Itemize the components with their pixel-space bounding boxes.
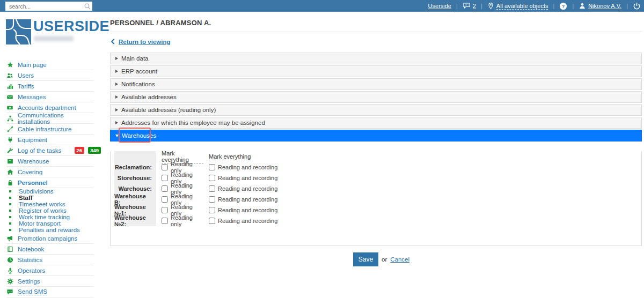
empty-header-cell — [114, 151, 156, 162]
sidebar-item-main-page[interactable]: Main page — [6, 59, 93, 70]
sidebar-item-operators[interactable]: Operators — [6, 265, 93, 276]
main-content: PERSONNEL / ABRAMSON A. Return to viewin… — [110, 12, 642, 266]
bullet-icon — [9, 210, 11, 212]
envelope-icon — [6, 94, 13, 100]
sidebar-item-notebook[interactable]: Notebook — [6, 244, 93, 255]
bullet-icon — [9, 190, 11, 192]
chevron-left-icon[interactable] — [110, 38, 116, 45]
collapsed-arrow-icon — [115, 121, 118, 124]
accordion-warehouses[interactable]: Warehouses — [110, 130, 642, 141]
return-to-viewing-link[interactable]: Return to viewing — [119, 39, 170, 45]
sidebar-menu: Main page Users Tariffs Messages Account… — [6, 59, 93, 298]
sidebar-item-messages[interactable]: Messages — [6, 92, 93, 102]
sidebar-subitem-subdivisions[interactable]: Subdivisions — [6, 188, 93, 195]
mark-everything-col1[interactable]: Mark everything — [156, 151, 203, 162]
row-label: Reclamation: — [114, 162, 156, 173]
cable-icon — [6, 126, 13, 132]
reading-only-checkbox[interactable] — [162, 207, 168, 213]
users-icon — [6, 72, 13, 79]
user-group[interactable]: Nikonov A.V. — [579, 2, 621, 10]
pie-chart-icon — [6, 257, 13, 263]
sidebar-item-send-sms[interactable]: Send SMS — [6, 287, 93, 297]
accordion-main-data[interactable]: Main data — [110, 53, 642, 64]
tasks-badge-red[interactable]: 26 — [75, 147, 85, 154]
sidebar-subitem-motor-transport[interactable]: Motor transport — [6, 220, 93, 227]
reading-only-checkbox[interactable] — [162, 164, 168, 170]
accordion-available-addresses[interactable]: Available addresses — [110, 91, 642, 103]
sidebar-item-promotion-campaigns[interactable]: Promotion campaigns — [6, 233, 93, 244]
sidebar-item-communications-installations[interactable]: Communications installations — [6, 113, 93, 124]
search-icon[interactable] — [84, 3, 91, 10]
objects-group[interactable]: All available objects — [487, 2, 548, 10]
back-row: Return to viewing — [110, 38, 642, 45]
collapsed-arrow-icon — [115, 95, 118, 99]
sidebar-item-users[interactable]: Users — [6, 70, 93, 81]
reading-only-cell: Reading only — [156, 205, 203, 215]
location-pin-icon[interactable] — [487, 2, 494, 10]
search-box[interactable] — [5, 2, 92, 11]
separator: | — [626, 3, 628, 9]
home-icon — [6, 169, 13, 175]
tasks-badge-green[interactable]: 349 — [88, 147, 101, 154]
sidebar-item-covering[interactable]: Covering — [6, 167, 93, 177]
reading-recording-checkbox[interactable] — [209, 207, 215, 213]
user-icon — [579, 2, 586, 10]
sidebar-item-log-of-the-tasks[interactable]: Log of the tasks 26 349 — [6, 145, 93, 156]
chat-bubble-icon[interactable] — [463, 2, 471, 10]
money-icon — [6, 105, 13, 111]
sidebar-subitem-work-time-tracking[interactable]: Work time tracking — [6, 214, 93, 220]
reading-only-checkbox[interactable] — [162, 218, 168, 224]
reading-recording-cell: Reading and recording — [203, 194, 295, 205]
brand-name: USERSIDE — [33, 18, 109, 35]
svg-text:?: ? — [562, 3, 565, 9]
reading-only-cell: Reading only — [156, 173, 203, 183]
cancel-link[interactable]: Cancel — [390, 256, 409, 263]
sidebar-item-equipment[interactable]: Equipment — [6, 135, 93, 145]
row-label: Warehouse №2: — [114, 215, 156, 226]
sidebar-item-settings[interactable]: Settings — [6, 276, 93, 287]
reading-recording-cell: Reading and recording — [203, 205, 295, 215]
bullet-icon — [9, 197, 11, 199]
userside-link[interactable]: Userside — [428, 3, 451, 9]
sidebar-item-cable-infrastructure[interactable]: Cable infrastructure — [6, 124, 93, 135]
chat-group[interactable]: 2 — [463, 2, 476, 10]
reading-only-checkbox[interactable] — [162, 175, 168, 181]
reading-recording-checkbox[interactable] — [209, 218, 215, 224]
accordion-erp-account[interactable]: ERP account — [110, 65, 642, 77]
bullet-icon — [9, 222, 11, 225]
sidebar-subitem-register-of-works[interactable]: Register of works — [6, 207, 93, 214]
reading-recording-checkbox[interactable] — [209, 185, 215, 192]
gear-icon — [6, 278, 13, 285]
megaphone-icon — [6, 235, 13, 242]
or-text: or — [382, 256, 387, 263]
collapsed-arrow-icon — [115, 83, 118, 86]
sidebar-subitem-penalties-and-rewards[interactable]: Penalties and rewards — [6, 227, 93, 233]
username-link[interactable]: Nikonov A.V. — [588, 3, 621, 9]
sidebar-item-tariffs[interactable]: Tariffs — [6, 81, 93, 92]
sidebar-subitem-timesheet-works[interactable]: Timesheet works — [6, 201, 93, 207]
reading-only-checkbox[interactable] — [162, 196, 168, 203]
sidebar-item-statistics[interactable]: Statistics — [6, 255, 93, 265]
accordion-notifications[interactable]: Notifications — [110, 78, 642, 90]
accordion-addresses-assigned[interactable]: Addresses for which this employee may be… — [110, 117, 642, 129]
power-icon[interactable] — [633, 2, 641, 10]
accordion-available-addresses-reading-only[interactable]: Available addresses (reading only) — [110, 104, 642, 116]
reading-only-checkbox[interactable] — [162, 185, 168, 192]
reading-recording-checkbox[interactable] — [209, 175, 215, 181]
collapsed-arrow-icon — [115, 70, 118, 73]
sidebar-item-warehouse[interactable]: Warehouse — [6, 156, 93, 167]
search-input[interactable] — [5, 3, 84, 10]
save-button[interactable]: Save — [353, 252, 378, 266]
sms-bubble-icon — [6, 289, 13, 295]
reading-recording-checkbox[interactable] — [209, 164, 215, 170]
help-icon[interactable]: ? — [559, 2, 567, 10]
reading-only-cell: Reading only — [156, 162, 203, 173]
sidebar-subitem-staff[interactable]: Staff — [6, 195, 93, 201]
wrench-icon — [6, 147, 13, 154]
mark-everything-col2[interactable]: Mark everything — [203, 151, 295, 162]
sidebar-item-personnel[interactable]: Personnel — [6, 177, 93, 188]
collapsed-arrow-icon — [115, 108, 118, 111]
reading-recording-checkbox[interactable] — [209, 196, 215, 203]
chat-count-link[interactable]: 2 — [473, 3, 476, 9]
all-objects-link[interactable]: All available objects — [496, 3, 548, 10]
